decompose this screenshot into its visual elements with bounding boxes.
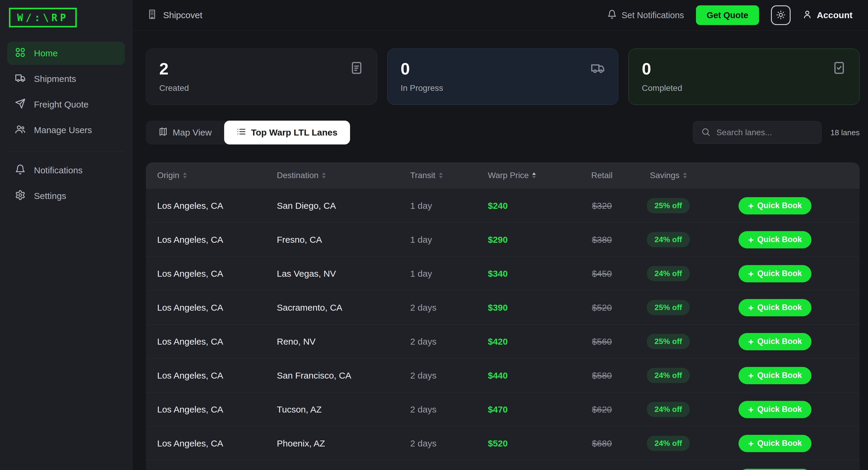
set-notifications-label: Set Notifications [622, 10, 684, 20]
sort-arrows-icon [322, 172, 326, 178]
stat-label: Completed [642, 83, 846, 93]
table-row: Los Angeles, CA Tucson, AZ 2 days $470 $… [146, 392, 860, 426]
cell-destination: Fresno, CA [277, 235, 410, 245]
cell-transit: 2 days [410, 336, 488, 347]
table-row: Los Angeles, CA Fresno, CA 1 day $290 $3… [146, 223, 860, 257]
quick-book-button[interactable]: +Quick Book [739, 231, 811, 248]
truck-icon [591, 61, 605, 75]
warp-logo[interactable]: W/:\RP [9, 8, 77, 27]
column-header-transit[interactable]: Transit [410, 171, 443, 180]
column-header-warp-price[interactable]: Warp Price [488, 171, 536, 180]
tab-map-view[interactable]: Map View [146, 121, 224, 144]
person-icon [803, 9, 812, 21]
send-icon [15, 98, 26, 111]
savings-badge: 25% off [647, 334, 690, 349]
cell-retail: $560 [577, 336, 627, 347]
savings-badge: 24% off [647, 436, 690, 451]
table-row-partial: +Quick Book [146, 460, 860, 470]
theme-toggle-button[interactable] [771, 5, 790, 25]
cell-warp-price: $390 [488, 303, 577, 313]
account-label: Account [817, 10, 852, 20]
table-row: Los Angeles, CA Reno, NV 2 days $420 $56… [146, 324, 860, 358]
cell-retail: $450 [577, 269, 627, 279]
stat-cards: 2 Created 0 In Progress 0 Completed [146, 49, 860, 105]
table-row: Los Angeles, CA Phoenix, AZ 2 days $520 … [146, 426, 860, 460]
stat-value: 2 [159, 60, 364, 78]
cell-retail: $580 [577, 371, 627, 381]
sidebar-divider [8, 151, 124, 152]
main-content: 2 Created 0 In Progress 0 Completed Map … [133, 31, 868, 470]
cell-retail: $680 [577, 438, 627, 448]
cell-retail: $520 [577, 303, 627, 313]
column-header-savings[interactable]: Savings [650, 171, 687, 180]
plus-icon: + [748, 303, 754, 313]
table-row: Los Angeles, CA San Diego, CA 1 day $240… [146, 188, 860, 223]
column-header-retail[interactable]: Retail [591, 171, 613, 180]
cell-transit: 2 days [410, 438, 488, 448]
sidebar-item-freight-quote[interactable]: Freight Quote [7, 93, 125, 116]
warp-logo-text: W/:\RP [17, 12, 68, 24]
table-row: Los Angeles, CA San Francisco, CA 2 days… [146, 358, 860, 392]
plus-icon: + [748, 337, 754, 346]
cell-transit: 2 days [410, 371, 488, 381]
cell-retail: $320 [577, 201, 627, 211]
cell-origin: Los Angeles, CA [146, 438, 277, 448]
building-icon [147, 9, 157, 22]
sort-arrows-icon [683, 172, 687, 178]
account-button[interactable]: Account [803, 9, 852, 21]
quick-book-button[interactable]: +Quick Book [739, 469, 811, 470]
sidebar-item-notifications[interactable]: Notifications [7, 159, 125, 182]
sort-arrows-icon [183, 172, 187, 178]
savings-badge: 24% off [647, 266, 690, 281]
stat-card-created: 2 Created [146, 49, 377, 105]
file-text-icon [349, 61, 364, 75]
cell-origin: Los Angeles, CA [146, 336, 277, 347]
quick-book-button[interactable]: +Quick Book [739, 435, 811, 452]
savings-badge: 24% off [647, 232, 690, 247]
search-lanes-input[interactable] [716, 128, 813, 137]
sort-arrows-icon [439, 172, 443, 178]
cell-origin: Los Angeles, CA [146, 371, 277, 381]
sidebar-item-home[interactable]: Home [7, 42, 125, 65]
sidebar: W/:\RP Home Shipments Freight Quote Mana… [0, 0, 132, 470]
quick-book-button[interactable]: +Quick Book [739, 299, 811, 316]
cell-warp-price: $420 [488, 336, 577, 347]
sidebar-item-settings[interactable]: Settings [7, 184, 125, 208]
get-quote-button[interactable]: Get Quote [696, 5, 759, 25]
quick-book-button[interactable]: +Quick Book [739, 333, 811, 350]
bell-icon [607, 9, 617, 21]
cell-warp-price: $340 [488, 269, 577, 279]
column-header-destination[interactable]: Destination [277, 171, 326, 180]
cell-warp-price: $440 [488, 371, 577, 381]
cell-origin: Los Angeles, CA [146, 303, 277, 313]
cell-destination: Sacramento, CA [277, 303, 410, 313]
sidebar-item-shipments[interactable]: Shipments [7, 67, 125, 91]
plus-icon: + [748, 371, 754, 380]
map-icon [158, 127, 168, 139]
cell-transit: 1 day [410, 201, 488, 211]
cell-warp-price: $240 [488, 201, 577, 211]
set-notifications-button[interactable]: Set Notifications [607, 9, 684, 21]
stat-value: 0 [642, 60, 846, 78]
cell-transit: 1 day [410, 235, 488, 245]
search-icon [701, 127, 711, 138]
column-header-origin[interactable]: Origin [157, 171, 187, 180]
tab-top-warp-ltl-lanes[interactable]: Top Warp LTL Lanes [224, 121, 350, 144]
grid-icon [15, 47, 26, 60]
sidebar-item-manage-users[interactable]: Manage Users [7, 119, 125, 142]
bell-icon [15, 164, 26, 177]
quick-book-button[interactable]: +Quick Book [739, 197, 811, 214]
cell-origin: Los Angeles, CA [146, 269, 277, 279]
cell-origin: Los Angeles, CA [146, 405, 277, 415]
quick-book-button[interactable]: +Quick Book [739, 367, 811, 384]
plus-icon: + [748, 405, 754, 414]
savings-badge: 24% off [647, 368, 690, 383]
tab-label: Map View [173, 127, 212, 138]
cell-warp-price: $290 [488, 235, 577, 245]
view-tabs: Map View Top Warp LTL Lanes [146, 121, 350, 144]
savings-badge: 25% off [647, 198, 690, 213]
topbar: Shipcovet Set Notifications Get Quote Ac… [133, 0, 868, 31]
quick-book-button[interactable]: +Quick Book [739, 401, 811, 418]
quick-book-button[interactable]: +Quick Book [739, 265, 811, 282]
sidebar-item-label: Settings [34, 191, 66, 201]
